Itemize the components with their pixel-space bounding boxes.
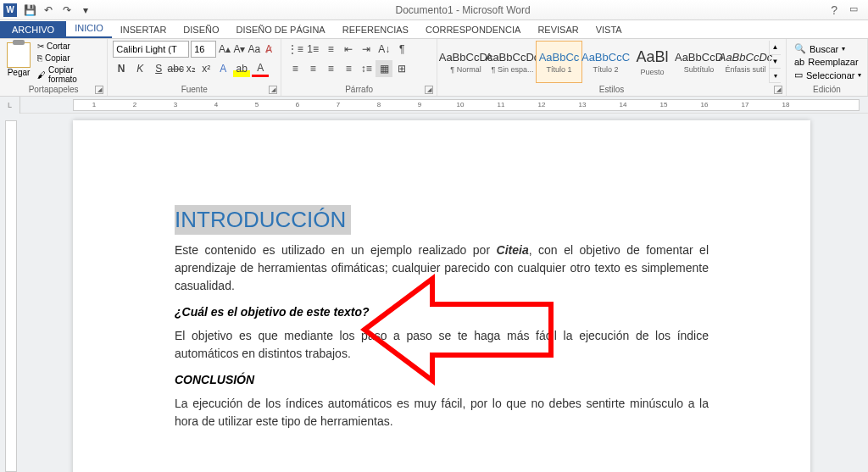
tab-referencias[interactable]: REFERENCIAS — [334, 21, 417, 38]
word-icon: W — [3, 3, 17, 17]
paste-button[interactable]: Pegar — [5, 41, 32, 83]
sort-icon[interactable]: A↓ — [376, 41, 392, 58]
group-label: Párrafo — [345, 85, 373, 94]
styles-down-icon[interactable]: ▼ — [770, 55, 781, 69]
font-size-input[interactable] — [191, 41, 216, 58]
binoculars-icon: 🔍 — [794, 43, 806, 54]
change-case-icon[interactable]: Aa — [248, 41, 261, 58]
undo-icon[interactable]: ↶ — [41, 3, 56, 18]
italic-button[interactable]: K — [131, 60, 148, 77]
doc-paragraph[interactable]: Este contenido es utilizado en un ejempl… — [175, 242, 709, 295]
group-label: Portapapeles — [29, 85, 79, 94]
save-icon[interactable]: 💾 — [22, 3, 37, 18]
subscript-button[interactable]: x₂ — [184, 60, 198, 77]
paste-label: Pegar — [8, 68, 31, 77]
line-spacing-icon[interactable]: ↕≡ — [358, 60, 375, 77]
redo-icon[interactable]: ↷ — [59, 3, 75, 18]
scissors-icon: ✂ — [37, 42, 44, 51]
select-button[interactable]: ▭Seleccionar▾ — [792, 69, 862, 81]
group-font: A▴ A▾ Aa A̷ N K S abc x₂ x² A ab A Fuent… — [108, 39, 281, 96]
multilevel-icon[interactable]: ≡ — [322, 41, 339, 58]
tab-file[interactable]: ARCHIVO — [0, 21, 66, 38]
tab-insertar[interactable]: INSERTAR — [112, 21, 175, 38]
tab-correspondencia[interactable]: CORRESPONDENCIA — [417, 21, 529, 38]
group-label: Edición — [813, 85, 841, 94]
copy-button[interactable]: ⎘Copiar — [36, 53, 102, 64]
align-center-icon[interactable]: ≡ — [304, 60, 321, 77]
align-left-icon[interactable]: ≡ — [287, 60, 303, 77]
grow-font-icon[interactable]: A▴ — [218, 41, 231, 58]
doc-paragraph[interactable]: El objetivo es que mediante los paso a p… — [175, 327, 709, 363]
horizontal-ruler[interactable]: 123 456 789 101112 131415 161718 — [73, 99, 860, 111]
style-enfasis-sutil[interactable]: AaBbCcDcÉnfasis sutil — [722, 41, 769, 83]
style-titulo1[interactable]: AaBbCcTítulo 1 — [536, 41, 582, 83]
style-puesto[interactable]: AaBlPuesto — [629, 41, 676, 83]
replace-button[interactable]: abReemplazar — [792, 56, 862, 68]
style-normal[interactable]: AaBbCcDc¶ Normal — [442, 41, 489, 83]
font-color-icon[interactable]: A — [252, 60, 269, 77]
font-name-input[interactable] — [113, 41, 189, 58]
clear-format-icon[interactable]: A̷ — [263, 41, 276, 58]
document-area: INTRODUCCIÓN Este contenido es utilizado… — [0, 114, 868, 472]
paste-icon — [7, 42, 31, 68]
shading-icon[interactable]: ▦ — [376, 60, 392, 77]
group-styles: AaBbCcDc¶ Normal AaBbCcDc¶ Sin espa... A… — [437, 39, 787, 96]
dialog-launcher-icon[interactable]: ◢ — [774, 86, 782, 94]
highlight-icon[interactable]: ab — [233, 60, 250, 77]
bullets-icon[interactable]: ⋮≡ — [287, 41, 303, 58]
doc-paragraph[interactable]: La ejecución de los índices automáticos … — [175, 395, 709, 430]
superscript-button[interactable]: x² — [199, 60, 213, 77]
ruler-area: L 123 456 789 101112 131415 161718 — [0, 97, 868, 114]
tab-diseno-pagina[interactable]: DISEÑO DE PÁGINA — [228, 21, 334, 38]
replace-icon: ab — [794, 57, 804, 67]
increase-indent-icon[interactable]: ⇥ — [358, 41, 375, 58]
copy-icon: ⎘ — [37, 53, 42, 63]
underline-button[interactable]: S — [150, 60, 167, 77]
ribbon: Pegar ✂Cortar ⎘Copiar 🖌Copiar formato Po… — [0, 39, 868, 97]
group-editing: 🔍Buscar▾ abReemplazar ▭Seleccionar▾ Edic… — [787, 39, 868, 96]
style-titulo2[interactable]: AaBbCcCTítulo 2 — [582, 41, 629, 83]
styles-gallery: AaBbCcDc¶ Normal AaBbCcDc¶ Sin espa... A… — [442, 41, 781, 83]
dialog-launcher-icon[interactable]: ◢ — [425, 86, 433, 94]
ruler-corner: L — [0, 97, 20, 114]
cursor-icon: ▭ — [794, 69, 803, 81]
text-effects-icon[interactable]: A — [214, 60, 231, 77]
borders-icon[interactable]: ⊞ — [393, 60, 410, 77]
styles-more-icon[interactable]: ▾ — [770, 69, 781, 83]
vertical-ruler[interactable] — [5, 120, 17, 472]
dialog-launcher-icon[interactable]: ◢ — [95, 86, 103, 94]
bold-button[interactable]: N — [113, 60, 130, 77]
doc-subheading[interactable]: CONCLUSIÓN — [175, 373, 709, 386]
align-right-icon[interactable]: ≡ — [322, 60, 339, 77]
find-button[interactable]: 🔍Buscar▾ — [792, 42, 862, 55]
quick-access-toolbar: W 💾 ↶ ↷ ▾ Documento1 - Microsoft Word ? … — [0, 0, 868, 20]
window-title: Documento1 - Microsoft Word — [95, 4, 831, 16]
decrease-indent-icon[interactable]: ⇤ — [340, 41, 357, 58]
styles-scroll: ▲ ▼ ▾ — [769, 41, 781, 83]
styles-up-icon[interactable]: ▲ — [770, 41, 781, 55]
tab-vista[interactable]: VISTA — [587, 21, 631, 38]
tab-revisar[interactable]: REVISAR — [529, 21, 587, 38]
dialog-launcher-icon[interactable]: ◢ — [269, 86, 277, 94]
ribbon-tabs: ARCHIVO INICIO INSERTAR DISEÑO DISEÑO DE… — [0, 20, 868, 39]
doc-subheading[interactable]: ¿Cuál es el objetivo de este texto? — [175, 305, 709, 319]
format-painter-button[interactable]: 🖌Copiar formato — [36, 64, 102, 85]
show-marks-icon[interactable]: ¶ — [393, 41, 410, 58]
group-label: Estilos — [599, 85, 624, 94]
brand-name: Citeia — [497, 243, 529, 257]
help-icon[interactable]: ? — [831, 3, 837, 17]
justify-icon[interactable]: ≡ — [340, 60, 357, 77]
shrink-font-icon[interactable]: A▾ — [233, 41, 247, 58]
style-subtitulo[interactable]: AaBbCcDSubtítulo — [676, 41, 722, 83]
qat-customize-icon[interactable]: ▾ — [78, 3, 93, 18]
tab-inicio[interactable]: INICIO — [66, 19, 112, 38]
doc-heading-1[interactable]: INTRODUCCIÓN — [175, 205, 351, 235]
ribbon-collapse-icon[interactable]: ▭ — [849, 3, 858, 17]
strike-button[interactable]: abc — [169, 60, 182, 77]
style-sin-espaciado[interactable]: AaBbCcDc¶ Sin espa... — [489, 41, 536, 83]
document-page[interactable]: INTRODUCCIÓN Este contenido es utilizado… — [73, 120, 810, 472]
tab-diseno[interactable]: DISEÑO — [175, 21, 227, 38]
numbering-icon[interactable]: 1≡ — [304, 41, 321, 58]
group-clipboard: Pegar ✂Cortar ⎘Copiar 🖌Copiar formato Po… — [0, 39, 108, 96]
cut-button[interactable]: ✂Cortar — [36, 41, 102, 52]
